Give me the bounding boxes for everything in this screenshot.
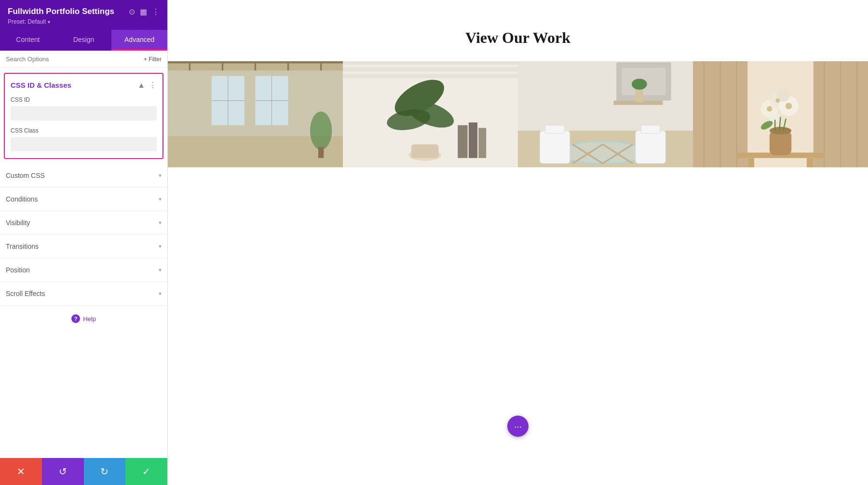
svg-point-70	[775, 98, 780, 103]
page-title: View Our Work	[465, 29, 570, 47]
css-id-field: CSS ID	[11, 96, 157, 121]
section-more-icon[interactable]: ⋮	[149, 81, 157, 90]
conditions-header[interactable]: Conditions ▾	[6, 188, 162, 211]
sidebar-tabs: Content Design Advanced	[0, 30, 167, 51]
more-icon[interactable]: ⋮	[152, 7, 160, 16]
sidebar-bottom-bar: ✕ ↺ ↻ ✓	[0, 458, 167, 485]
portfolio-item-4[interactable]	[693, 61, 868, 167]
css-id-input[interactable]	[11, 106, 157, 121]
preset-row: Preset: Default ▾	[8, 18, 160, 25]
section-title: CSS ID & Classes	[11, 81, 71, 89]
svg-point-69	[767, 106, 772, 111]
sidebar-title: Fullwidth Portfolio Settings	[8, 7, 114, 16]
custom-css-section: Custom CSS ▾	[0, 164, 167, 188]
svg-rect-48	[641, 125, 660, 134]
svg-rect-23	[343, 74, 518, 78]
svg-rect-31	[478, 128, 486, 158]
svg-point-16	[310, 111, 332, 149]
cancel-button[interactable]: ✕	[0, 458, 42, 485]
portfolio-item-3[interactable]	[518, 61, 693, 167]
columns-icon[interactable]: ▦	[140, 7, 147, 16]
svg-rect-17	[318, 147, 324, 158]
settings-sidebar: Fullwidth Portfolio Settings ⊙ ▦ ⋮ Prese…	[0, 0, 168, 485]
search-input[interactable]	[6, 55, 144, 63]
conditions-label: Conditions	[6, 195, 38, 203]
page-content: View Our Work	[168, 0, 868, 485]
transitions-chevron-icon: ▾	[159, 243, 162, 250]
svg-point-38	[632, 79, 647, 90]
undo-button[interactable]: ↺	[42, 458, 84, 485]
css-id-classes-section: CSS ID & Classes ▲ ⋮ CSS ID CSS Class	[4, 73, 163, 159]
portfolio-grid	[168, 61, 868, 167]
visibility-header[interactable]: Visibility ▾	[6, 211, 162, 234]
tab-content[interactable]: Content	[0, 30, 56, 51]
portfolio-item-2[interactable]	[343, 61, 518, 167]
visibility-section: Visibility ▾	[0, 211, 167, 235]
svg-rect-29	[458, 125, 467, 158]
css-class-label: CSS Class	[11, 127, 157, 134]
transitions-header[interactable]: Transitions ▾	[6, 235, 162, 258]
conditions-chevron-icon: ▾	[159, 196, 162, 202]
css-class-field: CSS Class	[11, 127, 157, 151]
tab-design[interactable]: Design	[56, 30, 112, 51]
filter-button[interactable]: + Filter	[144, 56, 162, 63]
svg-rect-60	[747, 158, 754, 167]
help-icon: ?	[71, 314, 80, 323]
svg-rect-28	[411, 144, 439, 158]
settings-icon[interactable]: ⊙	[129, 7, 135, 16]
floating-action-button[interactable]: ···	[507, 416, 529, 437]
save-button[interactable]: ✓	[125, 458, 167, 485]
svg-point-63	[770, 127, 791, 135]
help-label: Help	[83, 315, 96, 323]
position-chevron-icon: ▾	[159, 267, 162, 273]
header-icons: ⊙ ▦ ⋮	[129, 7, 160, 16]
position-section: Position ▾	[0, 258, 167, 282]
preset-caret-icon[interactable]: ▾	[48, 19, 50, 25]
visibility-label: Visibility	[6, 219, 30, 227]
svg-point-68	[769, 111, 780, 122]
section-body: CSS ID CSS Class	[5, 96, 163, 158]
tab-advanced[interactable]: Advanced	[111, 30, 167, 51]
section-controls: ▲ ⋮	[137, 81, 157, 90]
visibility-chevron-icon: ▾	[159, 219, 162, 226]
custom-css-chevron-icon: ▾	[159, 172, 162, 179]
scroll-effects-chevron-icon: ▾	[159, 290, 162, 297]
scroll-effects-label: Scroll Effects	[6, 290, 45, 297]
svg-rect-46	[545, 125, 565, 134]
svg-rect-61	[807, 158, 814, 167]
section-header: CSS ID & Classes ▲ ⋮	[5, 74, 163, 96]
transitions-label: Transitions	[6, 242, 39, 250]
conditions-section: Conditions ▾	[0, 188, 167, 211]
svg-rect-47	[636, 131, 665, 163]
svg-rect-22	[343, 67, 518, 71]
collapse-icon[interactable]: ▲	[137, 81, 145, 90]
sidebar-content: CSS ID & Classes ▲ ⋮ CSS ID CSS Class	[0, 68, 167, 485]
redo-button[interactable]: ↻	[84, 458, 126, 485]
css-id-label: CSS ID	[11, 96, 157, 103]
svg-rect-21	[343, 61, 518, 65]
svg-rect-45	[540, 131, 570, 163]
help-row[interactable]: ? Help	[0, 306, 167, 332]
search-bar: + Filter	[0, 51, 167, 68]
svg-point-71	[786, 103, 792, 109]
custom-css-label: Custom CSS	[6, 172, 45, 179]
transitions-section: Transitions ▾	[0, 235, 167, 258]
scroll-effects-section: Scroll Effects ▾	[0, 282, 167, 306]
scroll-effects-header[interactable]: Scroll Effects ▾	[6, 282, 162, 305]
sidebar-header: Fullwidth Portfolio Settings ⊙ ▦ ⋮ Prese…	[0, 0, 167, 30]
position-label: Position	[6, 266, 30, 274]
fab-dots-icon: ···	[514, 421, 522, 432]
main-canvas: View Our Work	[168, 0, 868, 485]
portfolio-item-1[interactable]	[168, 61, 343, 167]
css-class-input[interactable]	[11, 137, 157, 151]
custom-css-header[interactable]: Custom CSS ▾	[6, 164, 162, 187]
svg-rect-30	[469, 122, 477, 158]
position-header[interactable]: Position ▾	[6, 258, 162, 282]
preset-label: Preset: Default	[8, 18, 46, 25]
